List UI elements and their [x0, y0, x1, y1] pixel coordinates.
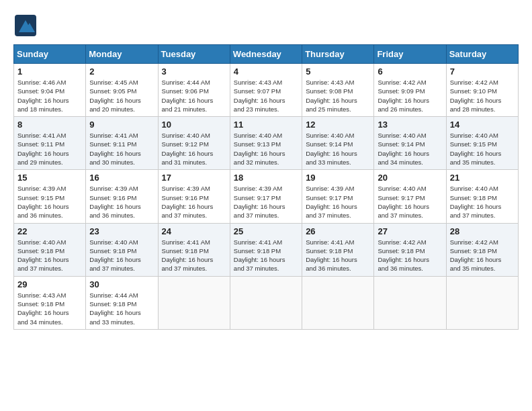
day-number: 21: [450, 173, 515, 183]
day-info: Sunrise: 4:41 AM Sunset: 9:18 PM Dayligh…: [306, 238, 370, 273]
day-number: 18: [234, 173, 298, 183]
day-info: Sunrise: 4:40 AM Sunset: 9:13 PM Dayligh…: [234, 131, 298, 167]
day-number: 5: [306, 66, 370, 77]
calendar-cell: 23Sunrise: 4:40 AM Sunset: 9:18 PM Dayli…: [86, 223, 158, 276]
calendar-cell: 1Sunrise: 4:46 AM Sunset: 9:04 PM Daylig…: [14, 64, 86, 117]
calendar-cell: 12Sunrise: 4:40 AM Sunset: 9:14 PM Dayli…: [302, 117, 374, 170]
day-number: 22: [17, 226, 82, 236]
day-info: Sunrise: 4:40 AM Sunset: 9:18 PM Dayligh…: [450, 184, 515, 220]
day-number: 17: [162, 173, 226, 183]
day-info: Sunrise: 4:39 AM Sunset: 9:15 PM Dayligh…: [17, 184, 82, 220]
day-info: Sunrise: 4:46 AM Sunset: 9:04 PM Dayligh…: [17, 78, 82, 113]
day-of-week-header: Monday: [86, 45, 158, 64]
calendar-cell: 21Sunrise: 4:40 AM Sunset: 9:18 PM Dayli…: [446, 170, 518, 223]
day-number: 11: [234, 120, 298, 130]
calendar-cell: 16Sunrise: 4:39 AM Sunset: 9:16 PM Dayli…: [86, 170, 158, 223]
day-info: Sunrise: 4:39 AM Sunset: 9:16 PM Dayligh…: [162, 184, 226, 220]
day-number: 27: [378, 226, 442, 236]
page-header: [13, 13, 519, 38]
day-info: Sunrise: 4:44 AM Sunset: 9:06 PM Dayligh…: [162, 78, 226, 113]
calendar-cell: 3Sunrise: 4:44 AM Sunset: 9:06 PM Daylig…: [158, 64, 230, 117]
day-info: Sunrise: 4:40 AM Sunset: 9:15 PM Dayligh…: [450, 131, 515, 167]
logo: [13, 13, 40, 38]
day-number: 26: [306, 226, 370, 236]
day-info: Sunrise: 4:41 AM Sunset: 9:18 PM Dayligh…: [162, 238, 226, 273]
day-of-week-header: Tuesday: [158, 45, 230, 64]
day-info: Sunrise: 4:43 AM Sunset: 9:08 PM Dayligh…: [306, 78, 370, 113]
calendar-cell: 9Sunrise: 4:41 AM Sunset: 9:11 PM Daylig…: [86, 117, 158, 170]
calendar-cell: 13Sunrise: 4:40 AM Sunset: 9:14 PM Dayli…: [374, 117, 446, 170]
calendar-cell: 17Sunrise: 4:39 AM Sunset: 9:16 PM Dayli…: [158, 170, 230, 223]
day-number: 29: [17, 279, 82, 289]
day-info: Sunrise: 4:41 AM Sunset: 9:18 PM Dayligh…: [234, 238, 298, 273]
day-info: Sunrise: 4:40 AM Sunset: 9:18 PM Dayligh…: [17, 238, 82, 273]
calendar-cell: 6Sunrise: 4:42 AM Sunset: 9:09 PM Daylig…: [374, 64, 446, 117]
calendar-cell: 4Sunrise: 4:43 AM Sunset: 9:07 PM Daylig…: [230, 64, 302, 117]
day-number: 28: [450, 226, 515, 236]
day-number: 20: [378, 173, 442, 183]
day-number: 1: [17, 66, 82, 77]
calendar-cell: 30Sunrise: 4:44 AM Sunset: 9:18 PM Dayli…: [86, 276, 158, 329]
day-number: 16: [89, 173, 154, 183]
calendar-cell: 22Sunrise: 4:40 AM Sunset: 9:18 PM Dayli…: [14, 223, 86, 276]
day-number: 7: [450, 66, 515, 77]
logo-icon: [13, 13, 38, 38]
calendar-cell: 20Sunrise: 4:40 AM Sunset: 9:17 PM Dayli…: [374, 170, 446, 223]
day-of-week-header: Friday: [374, 45, 446, 64]
calendar-cell: 28Sunrise: 4:42 AM Sunset: 9:18 PM Dayli…: [446, 223, 518, 276]
day-info: Sunrise: 4:39 AM Sunset: 9:17 PM Dayligh…: [306, 184, 370, 220]
day-number: 23: [89, 226, 154, 236]
day-info: Sunrise: 4:40 AM Sunset: 9:17 PM Dayligh…: [378, 184, 442, 220]
day-number: 24: [162, 226, 226, 236]
day-number: 14: [450, 120, 515, 130]
day-of-week-header: Wednesday: [230, 45, 302, 64]
day-number: 15: [17, 173, 82, 183]
day-number: 9: [89, 120, 154, 130]
day-number: 13: [378, 120, 442, 130]
calendar: SundayMondayTuesdayWednesdayThursdayFrid…: [13, 44, 519, 330]
calendar-cell: 26Sunrise: 4:41 AM Sunset: 9:18 PM Dayli…: [302, 223, 374, 276]
day-info: Sunrise: 4:43 AM Sunset: 9:07 PM Dayligh…: [234, 78, 298, 113]
day-info: Sunrise: 4:42 AM Sunset: 9:09 PM Dayligh…: [378, 78, 442, 113]
day-number: 6: [378, 66, 442, 77]
calendar-cell: 2Sunrise: 4:45 AM Sunset: 9:05 PM Daylig…: [86, 64, 158, 117]
day-info: Sunrise: 4:39 AM Sunset: 9:17 PM Dayligh…: [234, 184, 298, 220]
day-info: Sunrise: 4:39 AM Sunset: 9:16 PM Dayligh…: [89, 184, 154, 220]
day-number: 2: [89, 66, 154, 77]
day-number: 3: [162, 66, 226, 77]
calendar-cell: 19Sunrise: 4:39 AM Sunset: 9:17 PM Dayli…: [302, 170, 374, 223]
calendar-cell: 5Sunrise: 4:43 AM Sunset: 9:08 PM Daylig…: [302, 64, 374, 117]
calendar-cell: [446, 276, 518, 329]
calendar-cell: [158, 276, 230, 329]
day-info: Sunrise: 4:42 AM Sunset: 9:18 PM Dayligh…: [450, 238, 515, 273]
calendar-cell: 7Sunrise: 4:42 AM Sunset: 9:10 PM Daylig…: [446, 64, 518, 117]
calendar-cell: [230, 276, 302, 329]
calendar-cell: 15Sunrise: 4:39 AM Sunset: 9:15 PM Dayli…: [14, 170, 86, 223]
day-info: Sunrise: 4:41 AM Sunset: 9:11 PM Dayligh…: [17, 131, 82, 167]
day-info: Sunrise: 4:40 AM Sunset: 9:14 PM Dayligh…: [378, 131, 442, 167]
day-info: Sunrise: 4:42 AM Sunset: 9:10 PM Dayligh…: [450, 78, 515, 113]
day-info: Sunrise: 4:41 AM Sunset: 9:11 PM Dayligh…: [89, 131, 154, 167]
calendar-cell: 10Sunrise: 4:40 AM Sunset: 9:12 PM Dayli…: [158, 117, 230, 170]
day-number: 19: [306, 173, 370, 183]
day-of-week-header: Sunday: [14, 45, 86, 64]
calendar-cell: 24Sunrise: 4:41 AM Sunset: 9:18 PM Dayli…: [158, 223, 230, 276]
day-info: Sunrise: 4:44 AM Sunset: 9:18 PM Dayligh…: [89, 291, 154, 326]
calendar-cell: [374, 276, 446, 329]
day-info: Sunrise: 4:40 AM Sunset: 9:18 PM Dayligh…: [89, 238, 154, 273]
day-number: 8: [17, 120, 82, 130]
day-of-week-header: Saturday: [446, 45, 518, 64]
calendar-cell: 27Sunrise: 4:42 AM Sunset: 9:18 PM Dayli…: [374, 223, 446, 276]
day-info: Sunrise: 4:40 AM Sunset: 9:12 PM Dayligh…: [162, 131, 226, 167]
calendar-cell: 14Sunrise: 4:40 AM Sunset: 9:15 PM Dayli…: [446, 117, 518, 170]
calendar-cell: [302, 276, 374, 329]
calendar-cell: 29Sunrise: 4:43 AM Sunset: 9:18 PM Dayli…: [14, 276, 86, 329]
day-info: Sunrise: 4:40 AM Sunset: 9:14 PM Dayligh…: [306, 131, 370, 167]
day-number: 30: [89, 279, 154, 289]
day-number: 10: [162, 120, 226, 130]
day-info: Sunrise: 4:45 AM Sunset: 9:05 PM Dayligh…: [89, 78, 154, 113]
day-number: 12: [306, 120, 370, 130]
day-of-week-header: Thursday: [302, 45, 374, 64]
calendar-cell: 8Sunrise: 4:41 AM Sunset: 9:11 PM Daylig…: [14, 117, 86, 170]
day-info: Sunrise: 4:42 AM Sunset: 9:18 PM Dayligh…: [378, 238, 442, 273]
